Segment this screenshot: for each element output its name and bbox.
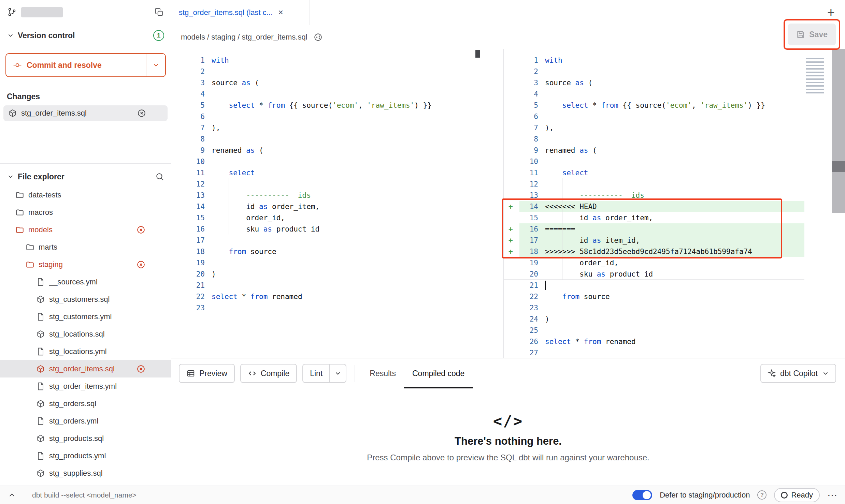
file-item-stg_locations.sql[interactable]: stg_locations.sql — [0, 325, 171, 343]
code-line-21[interactable]: 21 — [504, 280, 804, 291]
tab-compiled-code[interactable]: Compiled code — [404, 358, 473, 388]
editor-pane-right[interactable]: 1with23source as (45 select * from {{ so… — [503, 49, 804, 358]
file-item-stg_products.sql[interactable]: stg_products.sql — [0, 430, 171, 447]
code-line-18[interactable]: 18 from source — [171, 246, 503, 257]
code-line-4[interactable]: 4 — [504, 88, 804, 100]
code-line-14[interactable]: 14 id as order_item, — [171, 201, 503, 212]
file-item-stg_products.yml[interactable]: stg_products.yml — [0, 447, 171, 464]
code-line-4[interactable]: 4 — [171, 88, 503, 100]
dbt-copilot-button[interactable]: dbt Copilot — [760, 364, 836, 383]
code-line-9[interactable]: 9renamed as ( — [171, 145, 503, 156]
lint-options-caret[interactable] — [329, 365, 346, 382]
file-item-stg_customers.sql[interactable]: stg_customers.sql — [0, 291, 171, 308]
file-item-stg_supplies.sql[interactable]: stg_supplies.sql — [0, 464, 171, 482]
code-line-16[interactable]: +16======= — [504, 223, 804, 235]
code-line-6[interactable]: 6 — [171, 111, 503, 122]
minimap[interactable] — [806, 58, 824, 95]
compile-button[interactable]: Compile — [240, 364, 297, 383]
file-item-stg_orders.yml[interactable]: stg_orders.yml — [0, 412, 171, 430]
help-icon[interactable]: ? — [757, 490, 767, 500]
code-line-10[interactable]: 10 — [504, 156, 804, 167]
scrollbar-thumb[interactable] — [832, 161, 845, 172]
code-line-5[interactable]: 5 select * from {{ source('ecom', 'raw_i… — [504, 100, 804, 111]
file-item-stg_order_items.sql[interactable]: stg_order_items.sql — [0, 360, 171, 377]
file-item-stg_locations.yml[interactable]: stg_locations.yml — [0, 343, 171, 360]
code-line-26[interactable]: 26select * from renamed — [504, 336, 804, 347]
preview-button[interactable]: Preview — [179, 364, 235, 383]
commit-and-resolve-button[interactable]: Commit and resolve — [5, 53, 166, 77]
code-line-2[interactable]: 2 — [504, 66, 804, 77]
left-editor-scrollbar-thumb[interactable] — [475, 50, 480, 58]
code-line-25[interactable]: 25 — [504, 325, 804, 336]
code-line-22[interactable]: 22select * from renamed — [171, 291, 503, 302]
code-line-24[interactable]: 24) — [504, 313, 804, 325]
code-line-18[interactable]: +18>>>>>>> 58c1dd23d5eebd9cd2495fa7124ab… — [504, 246, 804, 257]
copy-icon[interactable] — [155, 8, 163, 17]
code-line-12[interactable]: 12 — [504, 178, 804, 190]
code-line-15[interactable]: 15 id as order_item, — [504, 212, 804, 223]
file-item-macros[interactable]: macros — [0, 204, 171, 221]
code-line-7[interactable]: 7), — [504, 122, 804, 133]
code-text: ---------- ids — [205, 191, 311, 199]
version-control-header[interactable]: Version control 1 — [0, 27, 171, 44]
file-item-stg_orders.sql[interactable]: stg_orders.sql — [0, 395, 171, 412]
ready-status-badge[interactable]: Ready — [774, 488, 820, 502]
save-button[interactable]: Save — [788, 24, 836, 45]
code-line-17[interactable]: 17 — [171, 235, 503, 246]
file-item-stg_customers.yml[interactable]: stg_customers.yml — [0, 308, 171, 325]
code-line-23[interactable]: 23 — [504, 302, 804, 313]
code-line-19[interactable]: 19 — [171, 257, 503, 268]
search-icon[interactable] — [155, 172, 164, 181]
git-branch-icon[interactable] — [8, 8, 16, 17]
code-line-11[interactable]: 11 select — [504, 167, 804, 178]
code-line-6[interactable]: 6 — [504, 111, 804, 122]
code-line-16[interactable]: 16 sku as product_id — [171, 223, 503, 235]
code-line-20[interactable]: 20 sku as product_id — [504, 268, 804, 280]
file-item-models[interactable]: models — [0, 221, 171, 238]
code-line-9[interactable]: 9renamed as ( — [504, 145, 804, 156]
code-line-19[interactable]: 19 order_id, — [504, 257, 804, 268]
code-line-1[interactable]: 1with — [504, 55, 804, 66]
editor-pane-left[interactable]: 1with23source as (45 select * from {{ so… — [171, 49, 503, 358]
code-line-15[interactable]: 15 order_id, — [171, 212, 503, 223]
code-line-21[interactable]: 21 — [171, 280, 503, 291]
lint-button[interactable]: Lint — [303, 365, 329, 382]
commit-options-caret[interactable] — [146, 54, 165, 76]
file-explorer-header[interactable]: File explorer — [0, 168, 171, 186]
changed-file-item[interactable]: stg_order_items.sql — [3, 105, 168, 121]
code-line-3[interactable]: 3source as ( — [171, 77, 503, 88]
new-tab-button[interactable]: + — [827, 5, 835, 20]
code-line-22[interactable]: 22 from source — [504, 291, 804, 302]
tab-close-icon[interactable]: × — [278, 7, 283, 18]
tab-results[interactable]: Results — [361, 358, 404, 388]
file-item-stg_order_items.yml[interactable]: stg_order_items.yml — [0, 377, 171, 395]
file-item-data-tests[interactable]: data-tests — [0, 186, 171, 204]
code-line-12[interactable]: 12 — [171, 178, 503, 190]
code-line-13[interactable]: 13 ---------- ids — [504, 190, 804, 201]
code-line-20[interactable]: 20) — [171, 268, 503, 280]
code-line-7[interactable]: 7), — [171, 122, 503, 133]
command-hint[interactable]: dbt build --select <model_name> — [32, 491, 137, 499]
code-line-14[interactable]: +14<<<<<<< HEAD — [504, 201, 804, 212]
code-line-23[interactable]: 23 — [171, 302, 503, 313]
chevron-up-icon[interactable] — [8, 491, 16, 500]
code-line-3[interactable]: 3source as ( — [504, 77, 804, 88]
file-item-staging[interactable]: staging — [0, 256, 171, 273]
code-line-11[interactable]: 11 select — [171, 167, 503, 178]
code-line-17[interactable]: +17 id as item_id, — [504, 235, 804, 246]
overflow-menu-icon[interactable]: ⋯ — [827, 489, 837, 501]
code-line-13[interactable]: 13 ---------- ids — [171, 190, 503, 201]
code-line-8[interactable]: 8 — [504, 133, 804, 145]
right-editor-scrollbar[interactable] — [832, 49, 845, 213]
tab-stg-order-items[interactable]: stg_order_items.sql (last c... × — [171, 0, 310, 25]
code-line-1[interactable]: 1with — [171, 55, 503, 66]
lineage-icon[interactable] — [314, 33, 323, 42]
code-line-10[interactable]: 10 — [171, 156, 503, 167]
file-item-__sources.yml[interactable]: __sources.yml — [0, 273, 171, 291]
code-line-8[interactable]: 8 — [171, 133, 503, 145]
code-line-5[interactable]: 5 select * from {{ source('ecom', 'raw_i… — [171, 100, 503, 111]
code-line-2[interactable]: 2 — [171, 66, 503, 77]
code-line-27[interactable]: 27 — [504, 347, 804, 358]
file-item-marts[interactable]: marts — [0, 238, 171, 256]
defer-toggle[interactable] — [632, 490, 652, 500]
